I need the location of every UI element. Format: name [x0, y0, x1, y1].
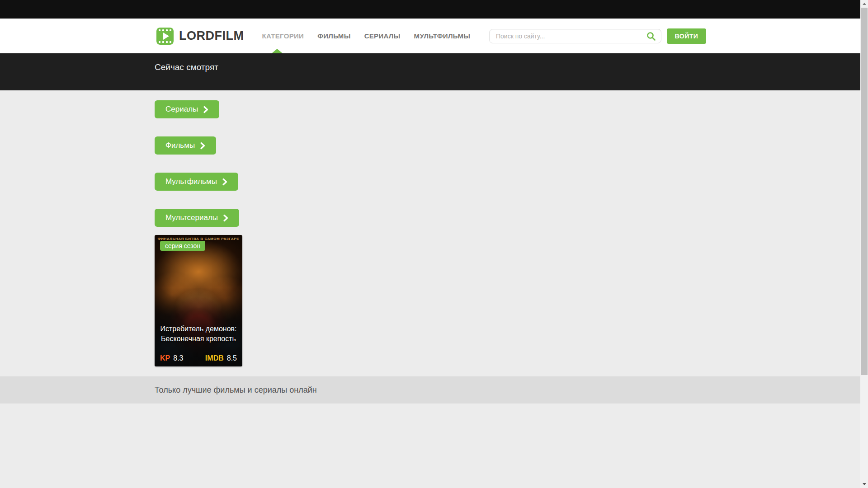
- movie-title: Истребитель демонов: Бесконечная крепост…: [155, 324, 242, 344]
- category-label: Мультфильмы: [165, 177, 217, 186]
- category-row: Сериалы: [155, 100, 706, 136]
- chevron-right-icon: [203, 106, 208, 113]
- imdb-value: 8.5: [227, 354, 237, 362]
- brand-logo[interactable]: LORDFILM: [156, 28, 244, 45]
- category-row: Мультсериалы: [155, 209, 706, 235]
- arrow-down-icon: [863, 483, 866, 485]
- site-header: LORDFILM КАТЕГОРИИ ФИЛЬМЫ СЕРИАЛЫ МУЛЬТФ…: [0, 19, 860, 53]
- category-label: Сериалы: [165, 105, 198, 114]
- search-icon[interactable]: [646, 32, 656, 41]
- now-watching-band: Сейчас смотрят: [0, 53, 860, 90]
- scrollbar-up-button[interactable]: [860, 0, 868, 8]
- section-title: Сейчас смотрят: [155, 62, 706, 72]
- nav-item-films[interactable]: ФИЛЬМЫ: [317, 32, 351, 40]
- chevron-right-icon: [222, 178, 227, 186]
- category-row: Мультфильмы: [155, 173, 706, 209]
- chevron-right-icon: [200, 142, 205, 150]
- nav-item-cartoons[interactable]: МУЛЬТФИЛЬМЫ: [414, 32, 471, 40]
- kp-value: 8.3: [173, 354, 183, 362]
- imdb-label: IMDB: [205, 354, 224, 362]
- category-button-cartoons[interactable]: Мультфильмы: [155, 173, 238, 191]
- footer-tagline-band: Только лучшие фильмы и сериалы онлайн: [0, 376, 860, 404]
- main-nav: КАТЕГОРИИ ФИЛЬМЫ СЕРИАЛЫ МУЛЬТФИЛЬМЫ: [262, 32, 484, 40]
- footer-tagline: Только лучшие фильмы и сериалы онлайн: [155, 385, 317, 395]
- site-search: [489, 29, 661, 43]
- imdb-rating: IMDB 8.5: [205, 354, 237, 362]
- chevron-right-icon: [223, 214, 228, 222]
- filmstrip-dots-bottom: [159, 41, 171, 43]
- scrollbar-down-button[interactable]: [860, 480, 868, 488]
- main-content: Сериалы Фильмы Мультфильмы Мультсериал: [0, 90, 860, 376]
- play-icon: [163, 33, 169, 40]
- category-label: Мультсериалы: [165, 213, 218, 222]
- filmstrip-dots-top: [159, 29, 171, 31]
- film-play-logo-icon: [156, 28, 174, 45]
- card-overlay: Истребитель демонов: Бесконечная крепост…: [155, 235, 242, 366]
- nav-item-categories[interactable]: КАТЕГОРИИ: [262, 32, 304, 40]
- nav-item-series[interactable]: СЕРИАЛЫ: [364, 32, 401, 40]
- ratings-row: KP 8.3 IMDB 8.5: [155, 354, 242, 362]
- ratings-divider: [159, 350, 238, 350]
- category-row: Фильмы: [155, 136, 706, 173]
- top-dark-spacer: [0, 0, 860, 19]
- category-button-films[interactable]: Фильмы: [155, 136, 216, 155]
- login-button[interactable]: ВОЙТИ: [667, 28, 706, 44]
- kp-rating: KP 8.3: [160, 354, 183, 362]
- page-viewport: LORDFILM КАТЕГОРИИ ФИЛЬМЫ СЕРИАЛЫ МУЛЬТФ…: [0, 0, 860, 488]
- category-label: Фильмы: [165, 141, 195, 150]
- movie-card[interactable]: ФИНАЛЬНАЯ БИТВА В САМОМ РАЗГАРЕ серия се…: [155, 235, 242, 366]
- search-input[interactable]: [489, 29, 661, 43]
- vertical-scrollbar[interactable]: [860, 0, 868, 488]
- scrollbar-thumb[interactable]: [861, 8, 868, 375]
- episode-season-badge: серия сезон: [160, 241, 205, 251]
- kp-label: KP: [160, 354, 170, 362]
- active-nav-arrow-icon: [272, 49, 283, 53]
- arrow-up-icon: [863, 3, 866, 5]
- logo-text: LORDFILM: [179, 29, 244, 43]
- category-button-series[interactable]: Сериалы: [155, 100, 219, 118]
- bottom-filler: [0, 404, 860, 488]
- category-button-cartoon-series[interactable]: Мультсериалы: [155, 209, 239, 227]
